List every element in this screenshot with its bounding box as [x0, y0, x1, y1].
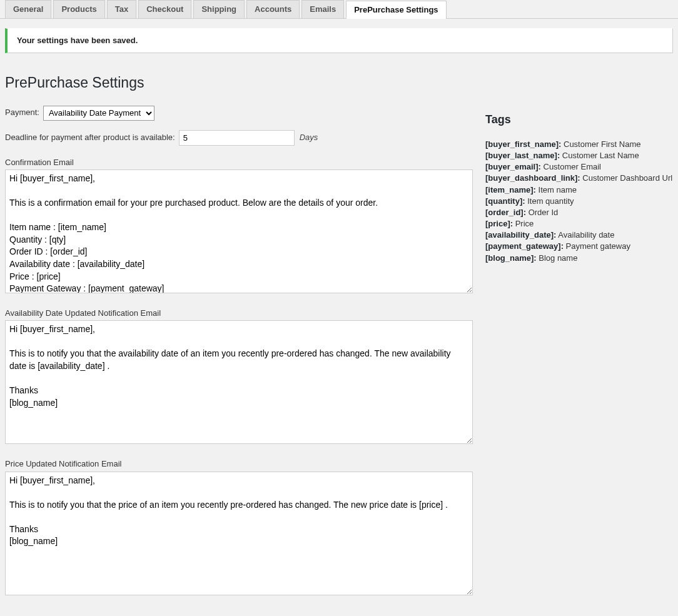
tag-item: [quantity]: Item quantity [485, 196, 673, 207]
tab-checkout[interactable]: Checkout [138, 0, 191, 18]
tag-item: [order_id]: Order Id [485, 207, 673, 218]
deadline-row: Deadline for payment after product is av… [5, 130, 473, 146]
tag-item: [availability_date]: Availability date [485, 230, 673, 241]
success-notice: Your settings have been saved. [5, 28, 673, 53]
tag-item: [buyer_first_name]: Customer First Name [485, 139, 673, 150]
tab-general[interactable]: General [5, 0, 51, 18]
availability-email-textarea[interactable] [5, 320, 473, 444]
tab-accounts[interactable]: Accounts [246, 0, 300, 18]
tag-item: [price]: Price [485, 218, 673, 230]
main-wrap: Payment: Availability Date Payment Deadl… [5, 106, 673, 616]
tab-emails[interactable]: Emails [301, 0, 344, 18]
tag-item: [buyer_dashboard_link]: Customer Dashboa… [485, 173, 673, 184]
price-email-label: Price Updated Notification Email [5, 458, 473, 470]
tag-item: [buyer_email]: Customer Email [485, 161, 673, 173]
payment-row: Payment: Availability Date Payment [5, 106, 473, 121]
tag-item: [item_name]: Item name [485, 184, 673, 196]
confirmation-email-textarea[interactable] [5, 169, 473, 293]
deadline-input[interactable] [179, 130, 295, 146]
tab-shipping[interactable]: Shipping [193, 0, 245, 18]
tags-column: Tags [buyer_first_name]: Customer First … [485, 106, 673, 616]
days-label: Days [300, 132, 318, 143]
payment-select[interactable]: Availability Date Payment [43, 106, 154, 121]
tag-item: [buyer_last_name]: Customer Last Name [485, 150, 673, 161]
availability-email-label: Availability Date Updated Notification E… [5, 308, 473, 319]
price-email-textarea[interactable] [5, 472, 473, 595]
confirmation-email-label: Confirmation Email [5, 157, 473, 168]
settings-tabs: General Products Tax Checkout Shipping A… [0, 0, 678, 19]
tab-products[interactable]: Products [53, 0, 104, 18]
tags-list: [buyer_first_name]: Customer First Name … [485, 139, 673, 264]
tag-item: [payment_gateway]: Payment gateway [485, 241, 673, 252]
tab-tax[interactable]: Tax [107, 0, 136, 18]
page-title: PrePurchase Settings [5, 73, 673, 93]
tags-heading: Tags [485, 112, 673, 128]
form-column: Payment: Availability Date Payment Deadl… [5, 106, 473, 616]
tab-prepurchase-settings[interactable]: PrePurchase Settings [346, 1, 446, 19]
content-area: PrePurchase Settings Payment: Availabili… [0, 53, 678, 616]
payment-label: Payment: [5, 107, 39, 118]
deadline-label: Deadline for payment after product is av… [5, 132, 175, 143]
tag-item: [blog_name]: Blog name [485, 253, 673, 264]
